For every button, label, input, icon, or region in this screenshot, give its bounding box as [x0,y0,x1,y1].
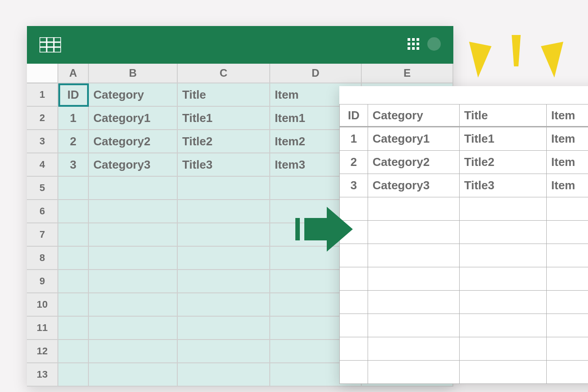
cell[interactable] [89,363,178,387]
column-header-e[interactable]: E [362,64,453,83]
cell[interactable] [178,363,270,387]
svg-rect-13 [417,47,419,50]
column-header-d[interactable]: D [270,64,362,83]
cell-c3[interactable]: Title2 [178,130,270,153]
row-header[interactable]: 8 [27,247,58,270]
avatar-icon[interactable] [427,37,441,52]
output-cell [547,337,588,361]
output-cell: Category3 [368,174,460,197]
row-header[interactable]: 1 [27,83,58,107]
output-cell [339,361,368,384]
row-header[interactable]: 12 [27,340,58,363]
row-header[interactable]: 4 [27,153,58,177]
output-cell [547,267,588,291]
cell[interactable] [89,340,178,363]
cell-b1[interactable]: Category [89,83,178,107]
svg-marker-19 [541,42,563,78]
cell-a1[interactable]: ID [58,83,89,107]
cell[interactable] [89,247,178,270]
cell[interactable] [178,247,270,270]
cell[interactable] [89,317,178,340]
cell[interactable] [178,340,270,363]
svg-rect-8 [408,43,410,45]
cell-a3[interactable]: 2 [58,130,89,153]
output-cell: Item [547,151,588,174]
output-cell [547,221,588,244]
column-header-row: A B C D E [27,64,453,83]
output-cell [368,314,460,337]
cell-c2[interactable]: Title1 [178,107,270,130]
cell-a2[interactable]: 1 [58,107,89,130]
row-header[interactable]: 10 [27,293,58,317]
cell[interactable] [89,177,178,200]
cell[interactable] [58,363,89,387]
cell-b4[interactable]: Category3 [89,153,178,177]
cell[interactable] [89,293,178,317]
spreadsheet-toolbar [27,26,453,64]
cell[interactable] [58,317,89,340]
output-cell [460,337,547,361]
cell-b3[interactable]: Category2 [89,130,178,153]
output-cell [368,267,460,291]
output-row [339,197,588,221]
output-cell [547,291,588,314]
column-header-c[interactable]: C [178,64,270,83]
cell[interactable] [178,293,270,317]
output-cell [460,244,547,267]
cell[interactable] [58,223,89,247]
row-header[interactable]: 5 [27,177,58,200]
cell[interactable] [89,200,178,223]
output-cell: 3 [339,174,368,197]
cell[interactable] [58,247,89,270]
output-cell [368,244,460,267]
row-header[interactable]: 9 [27,270,58,293]
cell[interactable] [58,200,89,223]
cell[interactable] [58,177,89,200]
row-header[interactable]: 11 [27,317,58,340]
output-row: 2 Category2 Title2 Item [339,151,588,174]
row-header[interactable]: 2 [27,107,58,130]
cell[interactable] [89,223,178,247]
output-header-category: Category [368,104,460,127]
output-cell [460,314,547,337]
output-cell [460,361,547,384]
select-all-cell[interactable] [27,64,58,83]
output-row [339,291,588,314]
output-cell: Category2 [368,151,460,174]
apps-grid-icon[interactable] [408,38,419,52]
svg-marker-16 [304,207,353,252]
svg-rect-7 [417,38,419,41]
row-header[interactable]: 13 [27,363,58,387]
cell[interactable] [178,317,270,340]
cell[interactable] [178,200,270,223]
cell[interactable] [58,293,89,317]
cell-c4[interactable]: Title3 [178,153,270,177]
row-header[interactable]: 6 [27,200,58,223]
output-cell [368,197,460,221]
output-header-id: ID [339,104,368,127]
output-cell [547,197,588,221]
cell[interactable] [178,223,270,247]
cell-b2[interactable]: Category1 [89,107,178,130]
cell[interactable] [89,270,178,293]
output-cell [460,197,547,221]
output-cell: Title1 [460,127,547,151]
cell[interactable] [58,270,89,293]
output-cell [339,337,368,361]
svg-rect-6 [412,38,415,41]
output-header-title: Title [460,104,547,127]
cell[interactable] [178,177,270,200]
row-header[interactable]: 7 [27,223,58,247]
cell-c1[interactable]: Title [178,83,270,107]
svg-rect-15 [295,218,300,240]
column-header-b[interactable]: B [89,64,178,83]
row-header[interactable]: 3 [27,130,58,153]
column-header-a[interactable]: A [58,64,89,83]
svg-rect-10 [417,43,419,45]
output-cell: Title3 [460,174,547,197]
cell[interactable] [58,340,89,363]
output-cell: Item [547,174,588,197]
cell-a4[interactable]: 3 [58,153,89,177]
output-row: 3 Category3 Title3 Item [339,174,588,197]
cell[interactable] [178,270,270,293]
